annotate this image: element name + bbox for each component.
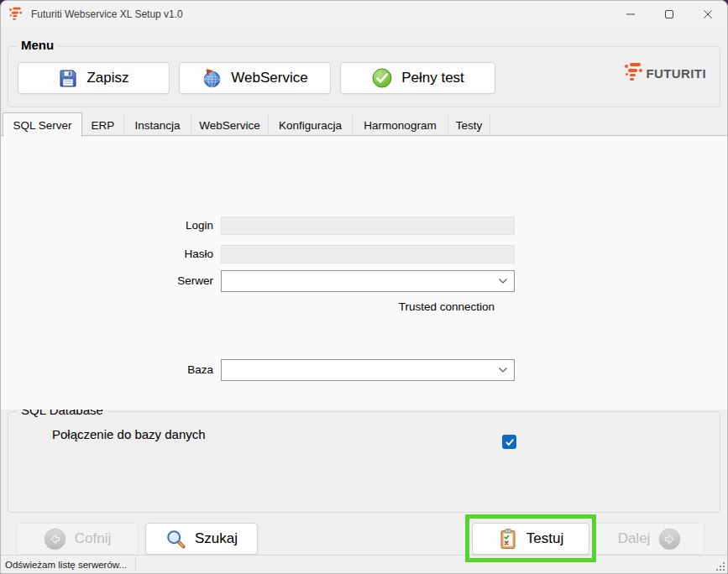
- sql-server-tab-panel: Login Hasło Serwer Trusted connection Ba…: [1, 135, 727, 410]
- titlebar[interactable]: Futuriti Webservice XL Setup v1.0: [1, 1, 727, 28]
- save-button[interactable]: Zapisz: [18, 62, 170, 94]
- tab-harmonogram[interactable]: Harmonogram: [353, 115, 448, 136]
- password-label: Hasło: [1, 245, 213, 264]
- database-label: Baza: [1, 359, 213, 381]
- full-test-button-label: Pełny test: [401, 70, 464, 86]
- maximize-button[interactable]: [650, 1, 689, 28]
- chevron-down-icon: [498, 367, 508, 373]
- minimize-button[interactable]: [611, 1, 650, 28]
- statusbar: Odświeżam listę serwerów...: [1, 555, 727, 573]
- window-controls: [611, 1, 727, 28]
- chevron-down-icon: [498, 278, 508, 284]
- back-button[interactable]: Cofnij: [16, 523, 139, 555]
- full-test-button[interactable]: Pełny test: [340, 62, 495, 94]
- futuriti-brand: Futuriti: [625, 62, 706, 82]
- test-button-highlight: Testuj: [465, 514, 596, 562]
- save-button-label: Zapisz: [86, 70, 128, 86]
- next-button-label: Dalej: [618, 530, 651, 547]
- webservice-button-label: WebService: [231, 70, 307, 86]
- test-button[interactable]: Testuj: [472, 523, 589, 555]
- app-logo-icon: [9, 7, 24, 22]
- tab-testy[interactable]: Testy: [448, 115, 490, 136]
- server-label: Serwer: [1, 270, 213, 292]
- menu-group-title: Menu: [17, 38, 58, 52]
- menu-buttons-row: Zapisz WebService: [18, 62, 495, 94]
- trusted-connection-checkbox[interactable]: [502, 435, 516, 449]
- clipboard-test-icon: [498, 528, 518, 550]
- app-window: Futuriti Webservice XL Setup v1.0 Menu: [0, 0, 728, 574]
- webservice-button[interactable]: WebService: [179, 62, 331, 94]
- tabstrip: SQL Server ERP Instancja WebService Konf…: [3, 112, 727, 136]
- statusbar-separator: [135, 557, 136, 571]
- sql-database-groupbox: SQL Database Połączenie do bazy danych: [8, 411, 720, 513]
- magnifier-search-icon: [165, 529, 186, 550]
- search-button-label: Szukaj: [195, 530, 238, 547]
- check-icon: [505, 437, 515, 447]
- close-icon: [703, 9, 713, 19]
- sql-database-description: Połączenie do bazy danych: [52, 427, 206, 441]
- futuriti-logo-icon: [625, 62, 643, 82]
- minimize-icon: [626, 9, 636, 19]
- tab-webservice[interactable]: WebService: [191, 115, 269, 136]
- window-title: Futuriti Webservice XL Setup v1.0: [31, 8, 183, 20]
- password-field[interactable]: [221, 245, 515, 264]
- menu-groupbox: Menu Zapisz: [8, 46, 720, 107]
- tab-sql-server[interactable]: SQL Server: [3, 112, 82, 137]
- globe-flag-icon: [202, 68, 223, 89]
- maximize-icon: [664, 9, 674, 19]
- server-combobox[interactable]: [221, 270, 515, 292]
- back-button-label: Cofnij: [75, 530, 111, 547]
- arrow-left-circle-icon: [44, 528, 66, 551]
- trusted-connection-label: Trusted connection: [1, 300, 495, 315]
- test-button-label: Testuj: [526, 530, 563, 547]
- tab-instancja[interactable]: Instancja: [124, 115, 191, 136]
- database-combobox[interactable]: [221, 359, 515, 381]
- floppy-save-icon: [58, 68, 78, 88]
- login-label: Login: [1, 217, 213, 235]
- login-field[interactable]: [221, 217, 515, 235]
- tab-konfiguracja[interactable]: Konfiguracja: [269, 115, 353, 136]
- tab-erp[interactable]: ERP: [82, 115, 124, 136]
- green-check-icon: [371, 67, 393, 89]
- search-button[interactable]: Szukaj: [145, 523, 258, 555]
- next-button[interactable]: Dalej: [594, 523, 704, 555]
- close-button[interactable]: [689, 1, 727, 28]
- futuriti-brand-text: Futuriti: [646, 66, 706, 81]
- status-text: Odświeżam listę serwerów...: [1, 560, 127, 570]
- resize-grip[interactable]: [715, 561, 726, 572]
- arrow-right-circle-icon: [658, 528, 681, 551]
